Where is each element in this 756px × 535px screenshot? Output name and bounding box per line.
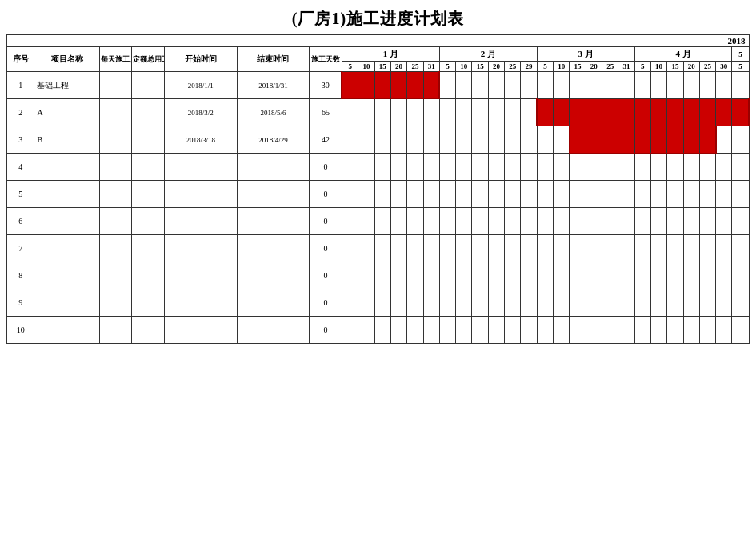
gantt-day-cell bbox=[667, 208, 683, 235]
gantt-day-cell bbox=[374, 126, 390, 154]
day-10-jan: 10 bbox=[358, 62, 374, 72]
gantt-day-cell bbox=[537, 317, 553, 344]
gantt-day-cell bbox=[390, 208, 406, 235]
gantt-day-cell bbox=[407, 289, 423, 317]
days-cell: 0 bbox=[310, 262, 342, 289]
gantt-day-cell bbox=[358, 154, 374, 181]
day-10-apr: 10 bbox=[650, 62, 666, 72]
table-row: 3B2018/3/182018/4/2942 bbox=[7, 126, 750, 154]
gantt-day-cell bbox=[423, 289, 439, 317]
gantt-day-cell bbox=[505, 208, 521, 235]
gantt-day-cell bbox=[683, 289, 699, 317]
seq-cell: 3 bbox=[7, 126, 34, 154]
gantt-day-cell bbox=[521, 72, 537, 99]
gantt-day-cell bbox=[618, 72, 634, 99]
gantt-day-cell bbox=[634, 99, 650, 126]
gantt-day-cell bbox=[586, 72, 602, 99]
name-cell bbox=[34, 317, 99, 344]
gantt-day-cell bbox=[732, 154, 749, 181]
gantt-day-cell bbox=[716, 154, 732, 181]
gantt-day-cell bbox=[505, 235, 521, 262]
gantt-day-cell bbox=[618, 126, 634, 154]
gantt-day-cell bbox=[488, 235, 504, 262]
day-20-apr: 20 bbox=[683, 62, 699, 72]
month-4-header: 4 月 bbox=[634, 47, 732, 62]
table-row: 70 bbox=[7, 235, 750, 262]
gantt-day-cell bbox=[586, 208, 602, 235]
daily-cell bbox=[99, 317, 132, 344]
gantt-table-wrapper: 2018 序号 项目名称 每天施工人数 定额总用工天数 开始时间 结束时间 施工… bbox=[6, 34, 750, 344]
gantt-day-cell bbox=[732, 317, 749, 344]
days-cell: 65 bbox=[310, 99, 342, 126]
gantt-day-cell bbox=[472, 317, 488, 344]
gantt-day-cell bbox=[732, 126, 749, 154]
gantt-day-cell bbox=[618, 317, 634, 344]
gantt-day-cell bbox=[634, 262, 650, 289]
gantt-day-cell bbox=[699, 262, 715, 289]
gantt-day-cell bbox=[505, 154, 521, 181]
days-cell: 0 bbox=[310, 317, 342, 344]
day-10-feb: 10 bbox=[456, 62, 472, 72]
gantt-day-cell bbox=[456, 99, 472, 126]
gantt-day-cell bbox=[505, 99, 521, 126]
gantt-day-cell bbox=[342, 289, 358, 317]
gantt-day-cell bbox=[488, 181, 504, 208]
gantt-day-cell bbox=[586, 317, 602, 344]
gantt-day-cell bbox=[456, 72, 472, 99]
start-cell bbox=[164, 317, 237, 344]
gantt-day-cell bbox=[472, 289, 488, 317]
start-cell bbox=[164, 154, 237, 181]
gantt-day-cell bbox=[505, 181, 521, 208]
gantt-day-cell bbox=[537, 289, 553, 317]
gantt-day-cell bbox=[423, 99, 439, 126]
gantt-day-cell bbox=[358, 262, 374, 289]
gantt-day-cell bbox=[667, 154, 683, 181]
gantt-day-cell bbox=[732, 99, 749, 126]
gantt-day-cell bbox=[407, 208, 423, 235]
total-cell bbox=[132, 99, 165, 126]
gantt-day-cell bbox=[570, 154, 586, 181]
gantt-day-cell bbox=[456, 235, 472, 262]
gantt-day-cell bbox=[423, 72, 439, 99]
total-cell bbox=[132, 208, 165, 235]
month-1-header: 1 月 bbox=[342, 47, 439, 62]
gantt-day-cell bbox=[699, 208, 715, 235]
gantt-day-cell bbox=[667, 262, 683, 289]
year-cell: 2018 bbox=[342, 35, 749, 47]
gantt-day-cell bbox=[683, 126, 699, 154]
gantt-day-cell bbox=[472, 99, 488, 126]
gantt-day-cell bbox=[390, 262, 406, 289]
gantt-day-cell bbox=[374, 289, 390, 317]
gantt-day-cell bbox=[634, 181, 650, 208]
gantt-day-cell bbox=[554, 289, 570, 317]
gantt-day-cell bbox=[374, 208, 390, 235]
gantt-day-cell bbox=[423, 208, 439, 235]
month-3-header: 3 月 bbox=[537, 47, 634, 62]
gantt-day-cell bbox=[570, 262, 586, 289]
gantt-day-cell bbox=[732, 289, 749, 317]
gantt-day-cell bbox=[716, 317, 732, 344]
gantt-day-cell bbox=[488, 289, 504, 317]
gantt-day-cell bbox=[358, 72, 374, 99]
gantt-day-cell bbox=[667, 317, 683, 344]
days-cell: 42 bbox=[310, 126, 342, 154]
name-cell bbox=[34, 154, 99, 181]
gantt-day-cell bbox=[456, 317, 472, 344]
day-15-feb: 15 bbox=[472, 62, 488, 72]
gantt-day-cell bbox=[586, 262, 602, 289]
daily-cell bbox=[99, 154, 132, 181]
gantt-day-cell bbox=[618, 181, 634, 208]
day-31-jan: 31 bbox=[423, 62, 439, 72]
gantt-day-cell bbox=[716, 289, 732, 317]
day-25-jan: 25 bbox=[407, 62, 423, 72]
gantt-day-cell bbox=[488, 99, 504, 126]
gantt-day-cell bbox=[570, 317, 586, 344]
gantt-day-cell bbox=[407, 99, 423, 126]
seq-cell: 8 bbox=[7, 262, 34, 289]
seq-cell: 2 bbox=[7, 99, 34, 126]
name-cell bbox=[34, 262, 99, 289]
gantt-day-cell bbox=[570, 72, 586, 99]
start-cell bbox=[164, 235, 237, 262]
seq-cell: 5 bbox=[7, 181, 34, 208]
gantt-day-cell bbox=[407, 235, 423, 262]
